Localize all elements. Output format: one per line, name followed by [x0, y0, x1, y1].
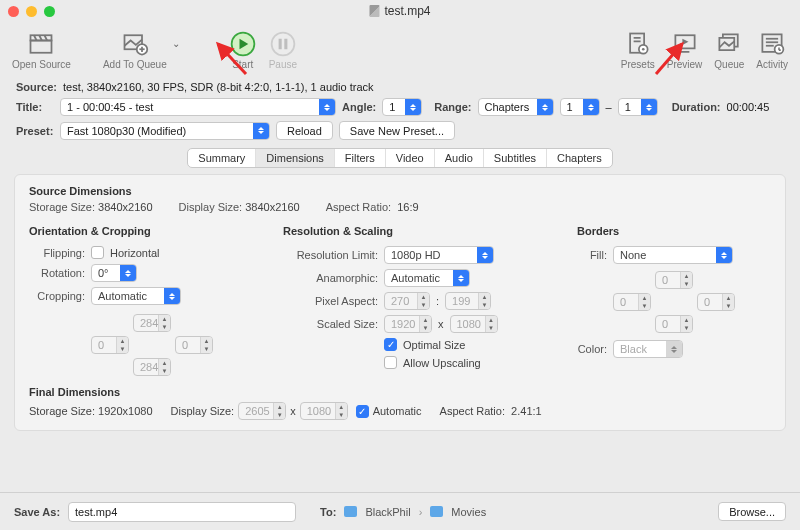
source-label: Source: [16, 81, 57, 93]
save-as-label: Save As: [14, 506, 60, 518]
pause-button[interactable]: Pause [263, 30, 303, 70]
duration-label: Duration: [672, 101, 721, 113]
angle-select[interactable]: 1 [382, 98, 422, 116]
border-fill-select[interactable]: None [613, 246, 733, 264]
tab-video[interactable]: Video [386, 149, 435, 167]
preset-select[interactable]: Fast 1080p30 (Modified) [60, 122, 270, 140]
queue-button[interactable]: Queue [708, 30, 750, 70]
window-title: test.mp4 [384, 4, 430, 18]
border-values: 0▲▼ 0▲▼0▲▼ 0▲▼ [613, 271, 747, 333]
title-label: Title: [16, 101, 54, 113]
annotation-arrow-start [210, 38, 250, 78]
final-automatic-checkbox[interactable]: ✓ [356, 405, 369, 418]
tab-subtitles[interactable]: Subtitles [484, 149, 547, 167]
final-display-width[interactable]: 2605▲▼ [238, 402, 286, 420]
crop-left[interactable]: 0▲▼ [91, 336, 129, 354]
save-preset-button[interactable]: Save New Preset... [339, 121, 455, 140]
source-value: test, 3840x2160, 30 FPS, SDR (8-bit 4:2:… [63, 81, 374, 93]
orientation-heading: Orientation & Cropping [29, 225, 239, 237]
tab-summary[interactable]: Summary [188, 149, 256, 167]
title-select[interactable]: 1 - 00:00:45 - test [60, 98, 336, 116]
add-to-queue-button[interactable]: Add To Queue [97, 30, 173, 70]
rotation-select[interactable]: 0° [91, 264, 137, 282]
pause-icon [269, 30, 297, 58]
svg-rect-13 [284, 38, 287, 49]
border-color-select[interactable]: Black [613, 340, 683, 358]
save-bar: Save As: test.mp4 To: BlackPhil › Movies… [0, 492, 800, 530]
border-top[interactable]: 0▲▼ [655, 271, 693, 289]
activity-button[interactable]: Activity [750, 30, 794, 70]
svg-line-32 [656, 44, 682, 74]
tab-audio[interactable]: Audio [435, 149, 484, 167]
range-label: Range: [434, 101, 471, 113]
angle-label: Angle: [342, 101, 376, 113]
duration-value: 00:00:45 [727, 101, 770, 113]
border-bottom[interactable]: 0▲▼ [655, 315, 693, 333]
path-folder-2[interactable]: Movies [451, 506, 486, 518]
border-left[interactable]: 0▲▼ [613, 293, 651, 311]
range-to-select[interactable]: 1 [618, 98, 658, 116]
reload-button[interactable]: Reload [276, 121, 333, 140]
minimize-window-button[interactable] [26, 6, 37, 17]
folder-icon [430, 506, 443, 517]
document-gear-icon [624, 30, 652, 58]
title-bar: test.mp4 [0, 0, 800, 22]
scaled-width[interactable]: 1920▲▼ [384, 315, 432, 333]
borders-heading: Borders [577, 225, 747, 237]
border-right[interactable]: 0▲▼ [697, 293, 735, 311]
flip-horizontal-checkbox[interactable] [91, 246, 104, 259]
browse-button[interactable]: Browse... [718, 502, 786, 521]
tab-filters[interactable]: Filters [335, 149, 386, 167]
anamorphic-select[interactable]: Automatic [384, 269, 470, 287]
cropping-select[interactable]: Automatic [91, 287, 181, 305]
crop-bottom[interactable]: 284▲▼ [133, 358, 171, 376]
svg-line-31 [218, 44, 246, 74]
file-icon [369, 5, 379, 17]
resolution-limit-select[interactable]: 1080p HD [384, 246, 494, 264]
range-select[interactable]: Chapters [478, 98, 554, 116]
save-as-field[interactable]: test.mp4 [68, 502, 296, 522]
tab-chapters[interactable]: Chapters [547, 149, 612, 167]
crop-top[interactable]: 284▲▼ [133, 314, 171, 332]
pixel-aspect-y[interactable]: 199▲▼ [445, 292, 491, 310]
picture-plus-icon [121, 30, 149, 58]
folder-icon [344, 506, 357, 517]
pixel-aspect-x[interactable]: 270▲▼ [384, 292, 430, 310]
final-dim-heading: Final Dimensions [29, 386, 771, 398]
allow-upscaling-checkbox[interactable] [384, 356, 397, 369]
open-source-button[interactable]: Open Source [6, 30, 77, 70]
svg-point-18 [642, 47, 645, 50]
source-dimensions-heading: Source Dimensions [29, 185, 771, 197]
svg-rect-12 [279, 38, 282, 49]
zoom-window-button[interactable] [44, 6, 55, 17]
crop-right[interactable]: 0▲▼ [175, 336, 213, 354]
final-display-height[interactable]: 1080▲▼ [300, 402, 348, 420]
preset-label: Preset: [16, 125, 54, 137]
svg-rect-0 [31, 40, 52, 52]
tab-strip: Summary Dimensions Filters Video Audio S… [187, 148, 612, 168]
range-from-select[interactable]: 1 [560, 98, 600, 116]
annotation-arrow-preview [652, 38, 692, 78]
images-stack-icon [715, 30, 743, 58]
crop-values: 284▲▼ 0▲▼ 0▲▼ 284▲▼ [91, 314, 239, 376]
resolution-heading: Resolution & Scaling [283, 225, 533, 237]
activity-log-icon [758, 30, 786, 58]
chevron-right-icon: › [419, 506, 423, 518]
svg-point-11 [272, 32, 295, 55]
dimensions-panel: Source Dimensions Storage Size: 3840x216… [14, 174, 786, 431]
scaled-height[interactable]: 1080▲▼ [450, 315, 498, 333]
path-folder-1[interactable]: BlackPhil [365, 506, 410, 518]
tab-dimensions[interactable]: Dimensions [256, 149, 334, 167]
clapperboard-icon [27, 30, 55, 58]
add-to-queue-menu[interactable]: ⌄ [169, 18, 183, 70]
close-window-button[interactable] [8, 6, 19, 17]
to-label: To: [320, 506, 336, 518]
optimal-size-checkbox[interactable]: ✓ [384, 338, 397, 351]
